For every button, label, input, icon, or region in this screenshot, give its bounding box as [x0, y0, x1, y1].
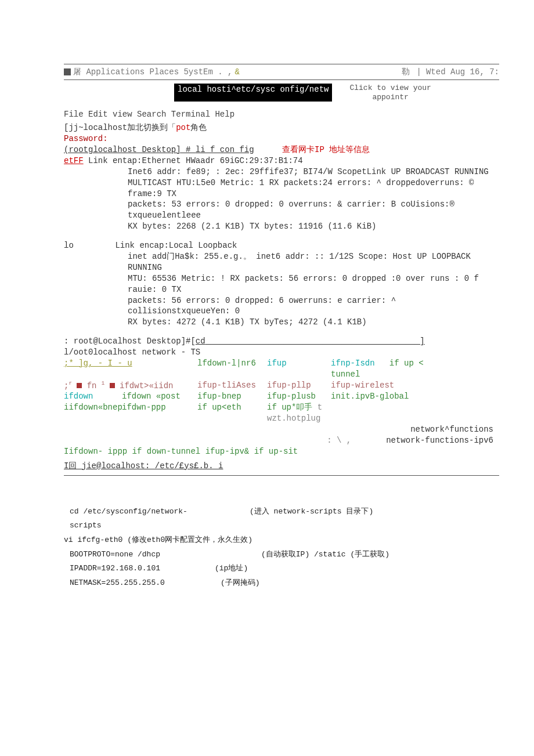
square-icon: [64, 68, 71, 75]
appoint-line1: Click to view your: [349, 84, 431, 93]
r2c2: ifup-tliAses: [197, 380, 267, 392]
window-title: local hosti^etc/sysc onfig/netw: [174, 84, 332, 102]
r4c4: if up*叩手: [267, 403, 312, 412]
net-func2: network-functions-ipv6: [386, 435, 499, 446]
annotation-notes: cd /etc/sysconfig/network-scripts (进入 ne…: [64, 505, 499, 591]
eth-line2: MULTICAST HTU:L5e0 Metric: 1 RX packets:…: [128, 178, 499, 200]
appoint-line2: appointr: [349, 93, 431, 102]
r1c4: ifnp-Isdn: [331, 359, 375, 368]
ifconfig-cmd: li f con fig: [196, 145, 254, 154]
topbar-sep: |: [417, 67, 421, 77]
note3a: BOOTPROTO=none /dhcp: [70, 548, 215, 562]
root-prompt: (rootglocalhost Desktop] #: [64, 145, 196, 154]
topbar-right1: 勒: [402, 67, 410, 77]
ls-line: l/oot0localhost network - TS: [64, 347, 499, 358]
jj-prefix: [jj~localhost加北切换到「: [64, 123, 176, 132]
r4c3: if up<eth: [197, 402, 267, 424]
cd-underline: ________________________________________…: [205, 337, 425, 346]
r2c1c: ifdwt>«iidn: [120, 381, 173, 390]
lo-line2: MTU: 65536 Metric: ! RX packets: 56 erro…: [128, 273, 499, 295]
note4b: (ip地址): [215, 562, 248, 576]
file-row-1: ;* ]g, - I - u lfdown-l|nr6 ifup ifnp-Is…: [64, 358, 499, 380]
lo-line1: inet add门Ha$k: 255.e.g.。 inet6 addr: :: …: [128, 251, 499, 273]
note4a: IPADDR=192.168.0.101: [70, 562, 215, 576]
green-last-line: Iifdown- ippp if down-tunnel ifup-ipv& i…: [64, 446, 499, 457]
lo-line3: packets: 56 errors: 0 dropped: 6 owerrun…: [128, 295, 499, 317]
r3c2: ifdown «post: [122, 391, 197, 402]
r1c3: ifup: [267, 358, 331, 380]
bottom-status-line: I回 jie@localhost: /etc/£ys£.b. i: [64, 461, 499, 472]
r2c4: ifup-wirelest: [331, 380, 435, 392]
lo-head: Link encap:Local Loopback: [115, 241, 237, 250]
appointment-hint: Click to view your appointr: [349, 84, 431, 102]
r2c3: ifup-pllp: [267, 380, 331, 392]
topbar-left: 屠 Applications Places 5ystEm . ,: [73, 67, 232, 77]
eth-line3: packets: 53 errors: 0 dropped: 0 overrun…: [128, 199, 499, 221]
topbar-date: Wted Aug 16, 7:: [426, 67, 499, 77]
file-row-3: ifdown ifdown «post ifup-bnep ifup-plusb…: [64, 391, 499, 402]
pot-text: pot: [176, 123, 190, 132]
r3c5: init.ipvB-global: [331, 391, 435, 402]
nf-sep: : \ ,: [327, 435, 351, 446]
eth-line4: KX bytes: 2268 (2.1 K1B) TX bytes: 11916…: [128, 221, 499, 232]
r4c1: iifdown«bnep: [64, 402, 122, 424]
cd-prefix: : root@Localhost Desktop]#[: [64, 337, 196, 346]
r1c2: lfdown-l|nr6: [197, 358, 267, 380]
etff-rest: Link entap:Ethernet HWaadr 69iGC:29:37:B…: [84, 156, 303, 165]
r3c4: ifup-plusb: [267, 391, 331, 402]
jj-suffix: 角色: [190, 123, 207, 132]
r1c1: ;* ]g, - I - u: [64, 358, 197, 380]
note5b: (子网掩码): [221, 576, 260, 591]
terminal-output: [jj~localhost加北切换到「pot角色 Password: (root…: [64, 122, 499, 475]
cd-cmd: cd: [196, 337, 205, 346]
note5a: NETMASK=255.255.255.0: [70, 576, 215, 591]
terminal-menu[interactable]: File Edit view Search Terminal Help: [64, 110, 499, 119]
r3c3: ifup-bnep: [197, 391, 267, 402]
note1a: cd /etc/sysconfig/network-scripts: [70, 505, 215, 533]
etff-label: etFF: [64, 156, 84, 165]
ifconfig-note: 查看网卡IP 地址等信息: [282, 145, 370, 154]
r2c1b: fn: [87, 381, 102, 390]
password-prompt: Password:: [64, 133, 499, 144]
r3c1: ifdown: [64, 391, 122, 402]
file-row-2: ;r fn 1 ifdwt>«iidn ifup-tliAses ifup-pl…: [64, 380, 499, 392]
r4c2: ifdwn-ppp: [122, 402, 197, 424]
eth-line1: Inet6 addr: fe89; : 2ec: 29ffife37; BI74…: [128, 167, 499, 178]
lo-line4: RX bytes: 4272 (4.1 K1B) TX byTes; 4272 …: [128, 317, 499, 328]
square-icon: [110, 383, 115, 388]
note3b: (自动获取IP) /static (手工获取): [261, 548, 389, 562]
note2: vi ifcfg-eth0 (修改eth0网卡配置文件，永久生效): [64, 533, 499, 548]
note1b: (进入 network-scripts 目录下): [250, 505, 373, 533]
square-icon: [77, 383, 82, 388]
lo-label: lo: [64, 240, 110, 251]
file-row-4: iifdown«bnep ifdwn-ppp if up<eth if up*叩…: [64, 402, 499, 424]
net-func1: network^functions: [410, 425, 493, 434]
top-menu-bar: 屠 Applications Places 5ystEm . , & 勒 | W…: [64, 64, 499, 80]
topbar-amp: &: [234, 67, 239, 77]
